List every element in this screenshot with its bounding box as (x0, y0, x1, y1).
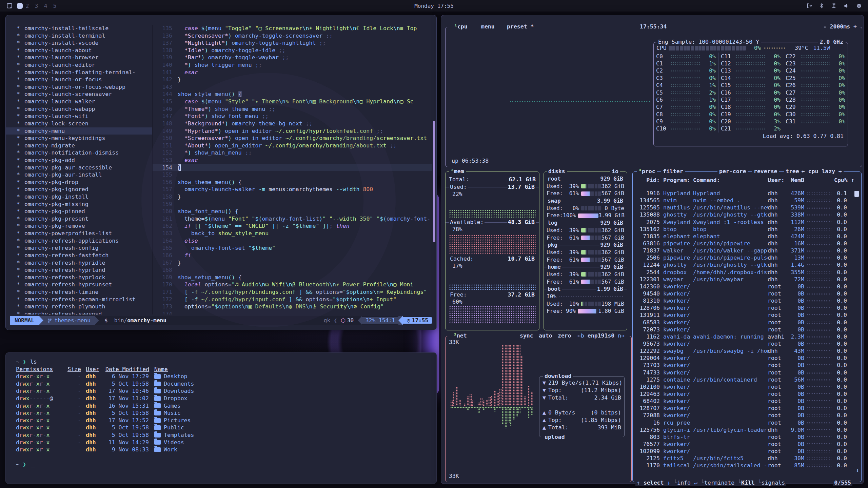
process-row[interactable]: 122301waybar/usr/bin/waybardhh72M0.0 (633, 276, 856, 283)
process-row[interactable]: 131911kworker/root0B0.0 (633, 311, 856, 319)
file-list-item[interactable]: *omarchy-pkg-pinned (6, 208, 152, 215)
process-row[interactable]: 134565nvimnvim --embed .dhh59M0.0 (633, 197, 856, 204)
proc-scrollbar-thumb[interactable] (854, 191, 859, 197)
process-row[interactable]: 135162btopbtopdhh26M0.0 (633, 226, 856, 233)
file-list-item[interactable]: *omarchy-powerprofiles-list (6, 230, 152, 237)
file-list-item[interactable]: *omarchy-launch-webapp (6, 105, 152, 113)
process-row[interactable]: 63816pipewire/usr/bin/pipewiredhh16M0.0 (633, 240, 856, 247)
file-list-item[interactable]: *omarchy-refresh-hyprsunset (6, 281, 152, 288)
file-list-item[interactable]: *omarchy-refresh-config (6, 244, 152, 252)
process-row[interactable]: 73703kworker/root0B0.0 (633, 362, 856, 369)
file-list-item[interactable]: *omarchy-notification-dismiss (6, 149, 152, 157)
file-list-item[interactable]: *omarchy-install-terminal (6, 32, 152, 40)
process-row[interactable]: 1275containe/usr/bin/containerdroot56M0.… (633, 376, 856, 383)
process-row[interactable]: 128706kworker/root0B0.0 (633, 304, 856, 311)
process-row[interactable]: 74733kworker/root0B0.0 (633, 369, 856, 376)
process-row[interactable]: 95673kworker/root0B0.0 (633, 340, 856, 347)
file-list-item[interactable]: *omarchy-lock-screen (6, 120, 152, 127)
file-list-item[interactable]: *omarchy-launch-about (6, 47, 152, 54)
proc-sort-selector[interactable]: ← cpu lazy → (800, 168, 844, 175)
proc-reverse-button[interactable]: reverse (752, 168, 779, 175)
file-list-item[interactable]: *omarchy-pkg-aur-install (6, 171, 152, 179)
file-list-item[interactable]: *omarchy-pkg-missing (6, 201, 152, 208)
process-row[interactable]: 1162avahi-daavahi-daemon: running [avahi… (633, 333, 856, 340)
process-row[interactable]: 102100kworker/root0B0.0 (633, 383, 856, 390)
file-list-item[interactable]: *omarchy-refresh-hyprlock (6, 274, 152, 281)
file-list-pane[interactable]: *omarchy-install-tailscale*omarchy-insta… (6, 25, 153, 314)
process-row[interactable]: 94540kworker/root0B0.0 (633, 290, 856, 297)
proc-tree-button[interactable]: tree (784, 168, 801, 175)
file-list-item[interactable]: *omarchy-pkg-install (6, 193, 152, 201)
file-list-item[interactable]: *omarchy-launch-editor (6, 61, 152, 69)
process-row[interactable]: 129004kworker/root0B0.0 (633, 354, 856, 362)
file-list-item[interactable]: *omarchy-pkg-add (6, 157, 152, 164)
process-row[interactable]: 16rcu_preeroot0B0.0 (633, 419, 856, 426)
tab-proc[interactable]: ⁴proc (637, 168, 657, 175)
process-row[interactable]: 135088ghostty/usr/bin/ghostty --gtk-dhh3… (633, 211, 856, 218)
file-list-item[interactable]: *omarchy-launch-or-focus (6, 76, 152, 83)
net-sync-button[interactable]: sync (518, 332, 535, 340)
process-row[interactable]: 71837walker/usr/bin/walker --gappldhh371… (633, 247, 856, 254)
file-list-item[interactable]: *omarchy-install-tailscale (6, 25, 152, 32)
file-list-item[interactable]: *omarchy-launch-browser (6, 54, 152, 61)
code-pane[interactable]: 135 case $(menu "Toggle" "▢ Screensaver\… (153, 25, 432, 314)
process-row[interactable]: 2544dropbox/home/dhh/.dropbox-distdhh355… (633, 269, 856, 276)
process-row[interactable]: 1916HyprlandHyprlanddhh426M0.1 (633, 190, 856, 197)
net-interface[interactable]: ←b enp191s0 n→ (576, 332, 626, 340)
process-row[interactable]: 142360kworker/root0B0.0 (633, 283, 856, 290)
net-auto-button[interactable]: auto (537, 332, 554, 340)
file-list-item[interactable]: *omarchy-pkg-ignored (6, 186, 152, 193)
process-row[interactable]: 2506pipewire/usr/bin/pipewire-pulsedhh13… (633, 254, 856, 261)
proc-filter-button[interactable]: filter (661, 168, 685, 175)
process-row[interactable]: 129463kworker/root0B0.0 (633, 390, 856, 398)
preset-button[interactable]: preset * (505, 23, 535, 30)
update-interval[interactable]: - 2000ms + (822, 23, 859, 30)
file-list-item[interactable]: *omarchy-menu (6, 127, 152, 135)
menu-button[interactable]: menu (479, 23, 496, 30)
file-list-item[interactable]: *omarchy-refresh-applications (6, 237, 152, 245)
process-row[interactable]: 125756glycin-i/usr/lib/glycin-loadersdhh… (633, 426, 856, 433)
process-row[interactable]: 12244ghostty/usr/bin/ghostty --gtk-dhh1.… (633, 261, 856, 268)
file-list-item[interactable]: *omarchy-launch-or-focus-webapp (6, 83, 152, 91)
process-row[interactable]: 76577kworker/root0B0.0 (633, 441, 856, 448)
proc-percore-button[interactable]: per-core (717, 168, 748, 175)
scrollbar-thumb[interactable] (433, 121, 435, 242)
process-row[interactable]: 2125fcitx5/usr/bin/fcitx5dhh30M0.0 (633, 455, 856, 462)
file-list-item[interactable]: *omarchy-launch-wifi (6, 113, 152, 120)
process-row[interactable]: 125505nautilus/usr/bin/nautilus --newdhh… (633, 204, 856, 211)
process-table-header[interactable]: Pid:Program:Command:User:MemBCpu% ↑ (633, 177, 861, 184)
process-row[interactable]: 68583kworker/root0B0.0 (633, 319, 856, 326)
process-row[interactable]: 1170tailscal/usr/sbin/tailscaled --root8… (633, 462, 856, 469)
prompt-input[interactable]: ~❯ (16, 461, 436, 468)
file-list-item[interactable]: *omarchy-pkg-aur-accessible (6, 164, 152, 171)
file-list-item[interactable]: *omarchy-menu-keybindings (6, 135, 152, 142)
file-list-item[interactable]: *omarchy-pkg-drop (6, 179, 152, 186)
file-list-item[interactable]: *omarchy-refresh-swayosd (6, 310, 152, 314)
process-row[interactable]: 68402kworker/root0B0.0 (633, 398, 856, 405)
process-row[interactable]: 803btrfs-trroot0B0.0 (633, 433, 856, 441)
process-row[interactable]: 122292swaybg/usr/bin/swaybg -i /homdhh43… (633, 347, 856, 354)
tab-net[interactable]: ³net (452, 332, 469, 340)
file-list-item[interactable]: *omarchy-pkg-remove (6, 222, 152, 230)
file-list-item[interactable]: *omarchy-install-vscode (6, 39, 152, 47)
process-row[interactable]: 2075XwaylandXwayland :1 -rootless -dhh11… (633, 219, 856, 226)
process-row[interactable]: 71835elephantelephantdhh424M0.0 (633, 233, 856, 240)
file-list-item[interactable]: *omarchy-launch-floating-terminal- (6, 69, 152, 76)
tab-io[interactable]: io (610, 168, 620, 175)
tab-mem[interactable]: ²mem (449, 168, 466, 175)
file-list-item[interactable]: *omarchy-refresh-hyprland (6, 266, 152, 274)
net-zero-button[interactable]: zero (556, 332, 573, 340)
tab-disks[interactable]: disks (547, 168, 567, 175)
process-row[interactable]: 72073kworker/root0B0.0 (633, 326, 856, 333)
process-row[interactable]: 81310kworker/root0B0.0 (633, 297, 856, 304)
process-row[interactable]: 128707kworker/root0B0.0 (633, 405, 856, 412)
tab-cpu[interactable]: ¹cpu (452, 23, 469, 30)
file-list-item[interactable]: *omarchy-refresh-hypridle (6, 259, 152, 267)
file-list-item[interactable]: *omarchy-refresh-plymouth (6, 303, 152, 310)
terminal-window[interactable]: ~❯lsPermissionsSizeUserDate ModifiedName… (5, 352, 437, 484)
file-list-item[interactable]: *omarchy-launch-screensaver (6, 90, 152, 98)
file-list-item[interactable]: *omarchy-pkg-present (6, 215, 152, 223)
file-list-item[interactable]: *omarchy-refresh-limine (6, 288, 152, 296)
file-list-item[interactable]: *omarchy-refresh-pacman-mirrorlist (6, 296, 152, 303)
file-list-item[interactable]: *omarchy-migrate (6, 142, 152, 149)
